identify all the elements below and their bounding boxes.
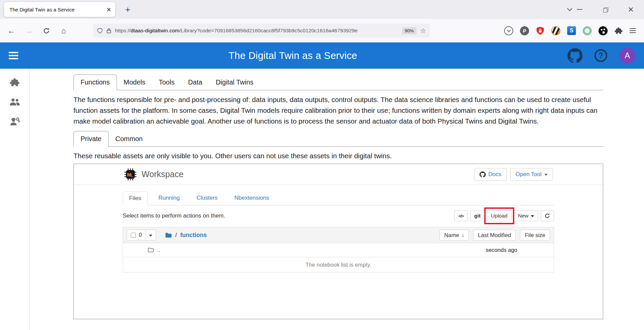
sort-descending-icon: ↓ — [461, 232, 464, 238]
file-list-header: 0 / functions — [123, 227, 554, 243]
chevron-down-icon — [531, 215, 534, 217]
toolbar-buttons: </> git Upload New — [454, 210, 554, 221]
workspace-actions: Docs Open Tool — [474, 168, 553, 181]
list-all-tabs-button[interactable] — [564, 4, 575, 14]
browser-tab[interactable]: The Digital Twin as a Service — [4, 2, 115, 17]
git-button[interactable]: git — [470, 210, 485, 221]
tab-clusters[interactable]: Clusters — [190, 191, 223, 205]
functions-description: The functions responsible for pre- and p… — [73, 94, 603, 127]
sidebar-library-puzzle-icon[interactable] — [9, 77, 20, 88]
close-icon — [628, 7, 634, 12]
last-modified-value: seconds ago — [486, 247, 517, 253]
page-body: Functions Models Tools Data Digital Twin… — [0, 69, 644, 330]
jupyter-body: Files Running Clusters Nbextensions Sele… — [74, 191, 603, 272]
green-extension-icon[interactable] — [583, 26, 592, 35]
workspace-header: M L Workspace Docs Open Tool — [74, 164, 603, 185]
upload-button[interactable]: Upload — [487, 210, 512, 221]
app-header: The Digital Twin as a Service ? A — [0, 42, 644, 69]
breadcrumb-separator[interactable]: / — [175, 232, 177, 239]
tab-functions[interactable]: Functions — [73, 74, 117, 90]
github-icon[interactable] — [568, 48, 582, 63]
sort-by-size-button[interactable]: File size — [520, 230, 550, 241]
close-tab-button[interactable] — [104, 5, 113, 13]
chevron-down-icon — [149, 235, 152, 236]
browser-menu-button[interactable] — [630, 28, 636, 33]
checkbox-icon[interactable] — [131, 233, 136, 238]
svg-text:L: L — [131, 172, 134, 178]
home-button[interactable]: ⌂ — [57, 24, 70, 37]
upload-highlight-box: Upload — [487, 210, 512, 221]
table-row-parent-dir: .. seconds ago — [123, 243, 554, 257]
reload-icon — [43, 28, 50, 34]
tab-private[interactable]: Private — [73, 131, 109, 147]
tab-digital-twins[interactable]: Digital Twins — [209, 75, 260, 90]
s-extension-icon[interactable]: S — [567, 26, 576, 35]
breadcrumb: / functions — [165, 232, 207, 239]
badger-extension-icon[interactable] — [551, 26, 560, 35]
tab-models[interactable]: Models — [117, 75, 152, 90]
zoom-level-badge[interactable]: 90% — [402, 27, 417, 34]
help-button[interactable]: ? — [594, 49, 607, 62]
tab-files[interactable]: Files — [123, 191, 148, 205]
tab-data[interactable]: Data — [181, 75, 209, 90]
pocket-icon[interactable] — [504, 26, 513, 35]
restore-icon — [603, 7, 608, 12]
ml-workspace-logo-icon: M L — [124, 168, 137, 181]
user-avatar[interactable]: A — [619, 48, 635, 64]
files-toolbar: Select items to perform actions on them.… — [123, 210, 554, 221]
empty-list-message: The notebook list is empty. — [123, 257, 554, 272]
dark-face-extension-icon[interactable] — [599, 26, 608, 35]
adblock-shield-icon[interactable] — [536, 26, 545, 35]
sidebar-users-icon[interactable] — [9, 98, 20, 106]
app-menu-button[interactable] — [9, 52, 18, 59]
workspace-panel: M L Workspace Docs Open Tool — [73, 164, 603, 319]
browser-tab-bar: The Digital Twin as a Service + — [0, 0, 644, 19]
docs-button[interactable]: Docs — [474, 168, 507, 181]
sort-by-name-button[interactable]: Name ↓ — [439, 230, 469, 241]
restore-button[interactable] — [600, 4, 610, 14]
header-actions: ? A — [568, 48, 635, 64]
extensions-puzzle-icon[interactable] — [614, 27, 623, 35]
visibility-tabs: Private Common — [73, 131, 603, 147]
browser-window: The Digital Twin as a Service + ← → ⌂ ht… — [0, 0, 644, 330]
tab-tools[interactable]: Tools — [152, 75, 181, 90]
code-snippet-button[interactable]: </> — [454, 210, 468, 221]
parent-dir-link[interactable]: .. — [157, 247, 160, 253]
left-sidebar — [0, 69, 30, 330]
new-dropdown-button[interactable]: New — [514, 210, 538, 221]
minimize-icon — [577, 9, 582, 10]
sort-by-modified-button[interactable]: Last Modified — [473, 230, 516, 241]
shield-permissions-icon[interactable] — [97, 28, 103, 34]
address-bar[interactable]: https://dtaas-digitaltwin.com/Library?co… — [93, 24, 430, 38]
file-list: 0 / functions — [123, 227, 554, 272]
workspace-title: Workspace — [142, 169, 184, 179]
select-all-button[interactable]: 0 — [127, 230, 146, 240]
minimize-button[interactable] — [575, 4, 585, 14]
back-button[interactable]: ← — [5, 24, 18, 37]
open-tool-dropdown[interactable]: Open Tool — [510, 168, 553, 181]
new-tab-button[interactable]: + — [122, 4, 133, 15]
close-icon — [106, 7, 111, 12]
refresh-button[interactable] — [541, 210, 554, 221]
lock-icon[interactable] — [106, 28, 111, 33]
tab-nbextensions[interactable]: Nbextensions — [228, 191, 275, 205]
tab-running[interactable]: Running — [152, 191, 186, 205]
select-filter-dropdown[interactable] — [146, 230, 156, 240]
library-tabs: Functions Models Tools Data Digital Twin… — [73, 74, 603, 90]
tab-common[interactable]: Common — [109, 131, 149, 146]
jupyter-tabs: Files Running Clusters Nbextensions — [123, 191, 554, 205]
url-text: https://dtaas-digitaltwin.com/Library?co… — [115, 28, 398, 34]
github-icon — [480, 171, 486, 177]
p-extension-icon[interactable]: P — [520, 26, 529, 35]
bookmark-star-icon[interactable]: ☆ — [420, 27, 426, 35]
sort-buttons: Name ↓ Last Modified File size — [439, 230, 550, 241]
forward-button[interactable]: → — [22, 24, 35, 37]
close-window-button[interactable] — [626, 4, 636, 14]
select-items-hint: Select items to perform actions on them. — [123, 212, 225, 219]
folder-icon[interactable] — [165, 232, 172, 238]
sidebar-engineer-icon[interactable] — [9, 116, 20, 126]
chevron-down-icon — [567, 6, 572, 11]
breadcrumb-folder[interactable]: functions — [180, 232, 207, 239]
reload-button[interactable] — [40, 24, 53, 37]
extension-icons: P S — [504, 26, 639, 35]
